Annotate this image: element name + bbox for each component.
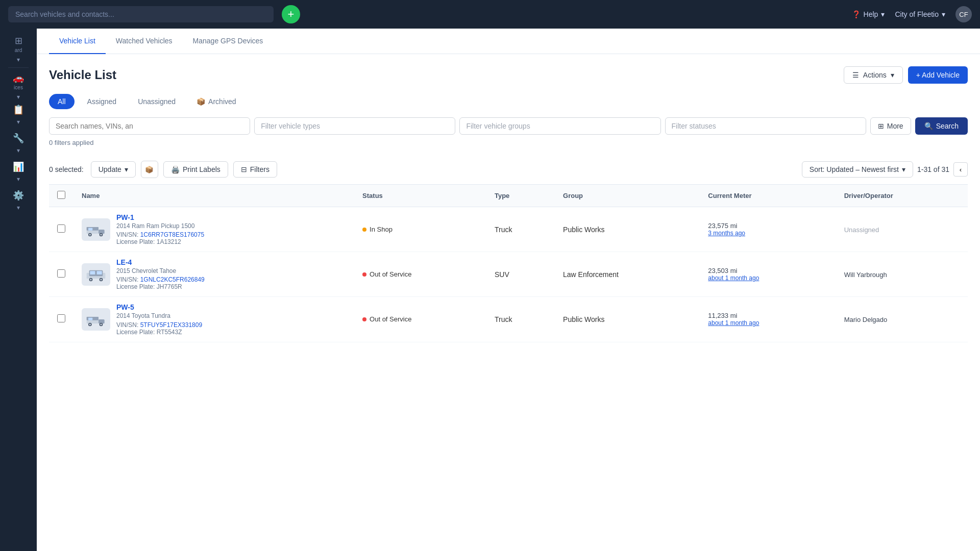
meter-updated[interactable]: about 1 month ago bbox=[708, 274, 827, 282]
status-dot bbox=[362, 228, 366, 232]
td-status: Out of Service bbox=[354, 252, 486, 297]
status-filter-input[interactable] bbox=[665, 117, 866, 135]
sort-button[interactable]: Sort: Updated – Newest first ▾ bbox=[802, 161, 913, 178]
sidebar-item-maintenance[interactable]: 🔧 ▾ bbox=[4, 131, 33, 156]
vehicle-thumbnail bbox=[82, 263, 110, 286]
svg-point-5 bbox=[100, 234, 102, 235]
chevron-down-icon: ▾ bbox=[902, 165, 905, 173]
tab-vehicle-list[interactable]: Vehicle List bbox=[49, 29, 106, 54]
vehicle-name[interactable]: PW-1 bbox=[116, 213, 204, 221]
td-driver: Will Yarbrough bbox=[836, 252, 968, 297]
vehicle-name[interactable]: PW-5 bbox=[116, 303, 202, 311]
add-vehicle-button[interactable]: + Add Vehicle bbox=[908, 66, 968, 84]
meter-value: 11,233 mi bbox=[708, 312, 827, 319]
vehicle-vin: VIN/SN: 5TFUY5F17EX331809 bbox=[116, 321, 202, 329]
filter-tabs: All Assigned Unassigned 📦 Archived bbox=[49, 94, 968, 109]
pagination-prev-button[interactable]: ‹ bbox=[953, 162, 968, 177]
td-name: PW-5 2014 Toyota Tundra VIN/SN: 5TFUY5F1… bbox=[74, 297, 354, 342]
row-checkbox[interactable] bbox=[57, 224, 65, 233]
td-status: Out of Service bbox=[354, 297, 486, 342]
header-actions: ☰ Actions ▾ + Add Vehicle bbox=[844, 66, 968, 84]
search-button[interactable]: 🔍 Search bbox=[915, 117, 968, 135]
vehicle-vin: VIN/SN: 1C6RR7GT8ES176075 bbox=[116, 231, 204, 238]
sidebar-item-reports[interactable]: 📋 ▾ bbox=[4, 103, 33, 127]
sidebar-item-dashboard[interactable]: ⊞ ard ▾ bbox=[4, 37, 33, 61]
td-group: Public Works bbox=[555, 207, 700, 252]
help-button[interactable]: ❓ Help ▾ bbox=[852, 10, 885, 18]
add-button[interactable]: + bbox=[282, 5, 300, 23]
chevron-icon: ▾ bbox=[17, 147, 20, 154]
sidebar-item-label: ices bbox=[14, 85, 23, 90]
list-icon: ☰ bbox=[852, 71, 859, 79]
selected-count: 0 selected: bbox=[49, 165, 84, 173]
page-header: Vehicle List ☰ Actions ▾ + Add Vehicle bbox=[49, 66, 968, 84]
filter-tab-archived[interactable]: 📦 Archived bbox=[188, 94, 244, 109]
update-button[interactable]: Update ▾ bbox=[91, 161, 136, 178]
vin-value[interactable]: 5TFUY5F17EX331809 bbox=[140, 321, 202, 329]
meter-updated[interactable]: about 1 month ago bbox=[708, 319, 827, 327]
vehicle-icon: 🚗 bbox=[13, 72, 24, 84]
type-filter-input[interactable] bbox=[254, 117, 455, 135]
filter-tab-assigned[interactable]: Assigned bbox=[79, 94, 126, 109]
more-filters-button[interactable]: ⊞ More bbox=[870, 117, 911, 135]
td-type: SUV bbox=[486, 252, 555, 297]
table-row: LE-4 2015 Chevrolet Tahoe VIN/SN: 1GNLC2… bbox=[49, 252, 968, 297]
vin-value[interactable]: 1C6RR7GT8ES176075 bbox=[140, 231, 204, 238]
sidebar-item-vehicles[interactable]: 🚗 ices ▾ bbox=[4, 74, 33, 98]
gear-icon: ⚙️ bbox=[13, 190, 24, 201]
filter-tab-all[interactable]: All bbox=[49, 94, 75, 109]
sidebar-item-analytics[interactable]: 📊 ▾ bbox=[4, 160, 33, 184]
group-filter-input[interactable] bbox=[459, 117, 660, 135]
org-selector[interactable]: City of Fleetio ▾ bbox=[895, 10, 945, 18]
status-dot bbox=[362, 272, 366, 277]
vehicle-plate: License Plate: JH7765R bbox=[116, 283, 205, 290]
svg-point-13 bbox=[90, 279, 91, 280]
type-label: Truck bbox=[495, 226, 512, 234]
global-search-input[interactable] bbox=[8, 6, 274, 22]
topbar: + ❓ Help ▾ City of Fleetio ▾ CF bbox=[0, 0, 980, 29]
print-labels-button[interactable]: 🖨️ Print Labels bbox=[163, 161, 228, 178]
group-label: Law Enforcement bbox=[563, 270, 619, 279]
type-label: SUV bbox=[495, 270, 509, 279]
pagination: 1-31 of 31 ‹ bbox=[917, 162, 968, 177]
chevron-icon: ▾ bbox=[17, 118, 20, 126]
status-label: In Shop bbox=[370, 226, 393, 233]
actions-button[interactable]: ☰ Actions ▾ bbox=[844, 66, 903, 84]
td-name: LE-4 2015 Chevrolet Tahoe VIN/SN: 1GNLC2… bbox=[74, 252, 354, 297]
select-all-checkbox[interactable] bbox=[57, 191, 65, 199]
row-checkbox[interactable] bbox=[57, 269, 65, 278]
filters-button[interactable]: ⊟ Filters bbox=[233, 161, 277, 178]
filter-tab-unassigned[interactable]: Unassigned bbox=[129, 94, 184, 109]
vin-value[interactable]: 1GNLC2KC5FR626849 bbox=[140, 276, 205, 283]
search-icon: 🔍 bbox=[924, 122, 933, 130]
wrench-icon: 🔧 bbox=[13, 133, 24, 144]
tab-manage-gps[interactable]: Manage GPS Devices bbox=[183, 29, 274, 54]
td-meter: 23,575 mi 3 months ago bbox=[700, 207, 836, 252]
sidebar-item-settings[interactable]: ⚙️ ▾ bbox=[4, 188, 33, 213]
topbar-right: ❓ Help ▾ City of Fleetio ▾ CF bbox=[852, 6, 972, 22]
chevron-icon: ▾ bbox=[17, 204, 20, 211]
filter-icon: ⊟ bbox=[241, 165, 247, 173]
archive-icon: 📦 bbox=[145, 166, 154, 173]
th-name: Name bbox=[74, 185, 354, 207]
table-controls: 0 selected: Update ▾ 📦 🖨️ Print Labels ⊟… bbox=[49, 155, 968, 185]
meter-updated[interactable]: 3 months ago bbox=[708, 230, 827, 237]
vehicle-name[interactable]: LE-4 bbox=[116, 258, 205, 266]
search-bar: ⊞ More 🔍 Search bbox=[49, 117, 968, 135]
row-checkbox[interactable] bbox=[57, 314, 65, 322]
chevron-icon: ▾ bbox=[17, 56, 20, 63]
svg-rect-7 bbox=[88, 228, 92, 230]
tab-watched-vehicles[interactable]: Watched Vehicles bbox=[106, 29, 183, 54]
chevron-down-icon: ▾ bbox=[891, 71, 894, 79]
avatar[interactable]: CF bbox=[955, 6, 972, 22]
archive-action-button[interactable]: 📦 bbox=[141, 161, 158, 178]
vehicle-thumbnail bbox=[82, 218, 110, 241]
vehicle-plate: License Plate: RT5543Z bbox=[116, 329, 202, 336]
status-label: Out of Service bbox=[370, 315, 411, 323]
td-meter: 11,233 mi about 1 month ago bbox=[700, 297, 836, 342]
driver-name: Will Yarbrough bbox=[844, 271, 887, 279]
name-search-input[interactable] bbox=[49, 117, 250, 135]
sidebar-item-label: ard bbox=[15, 47, 22, 53]
td-group: Law Enforcement bbox=[555, 252, 700, 297]
td-status: In Shop bbox=[354, 207, 486, 252]
